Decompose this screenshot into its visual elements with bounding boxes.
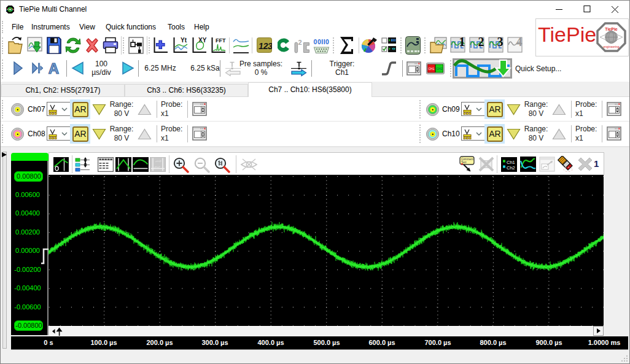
svg-text:00II0: 00II0 bbox=[314, 38, 330, 45]
svg-text:2: 2 bbox=[478, 37, 484, 48]
svg-text:CH1: CH1 bbox=[428, 67, 434, 71]
svg-text:CH2: CH2 bbox=[436, 67, 442, 71]
svg-text:engineering: engineering bbox=[603, 45, 619, 48]
svg-text:3: 3 bbox=[497, 37, 504, 48]
svg-text:Ch1: Ch1 bbox=[507, 160, 515, 165]
svg-text:FFT: FFT bbox=[216, 37, 226, 44]
svg-text:TiePie: TiePie bbox=[605, 27, 618, 31]
svg-text:Ch2: Ch2 bbox=[507, 165, 515, 171]
svg-text:A: A bbox=[49, 61, 59, 76]
svg-text:2: 2 bbox=[298, 39, 302, 46]
svg-text:Yt: Yt bbox=[181, 37, 187, 44]
svg-text:4: 4 bbox=[516, 37, 523, 48]
svg-text:Comment: Comment bbox=[461, 158, 474, 161]
svg-text:1: 1 bbox=[459, 37, 465, 48]
svg-text:123: 123 bbox=[258, 41, 272, 51]
